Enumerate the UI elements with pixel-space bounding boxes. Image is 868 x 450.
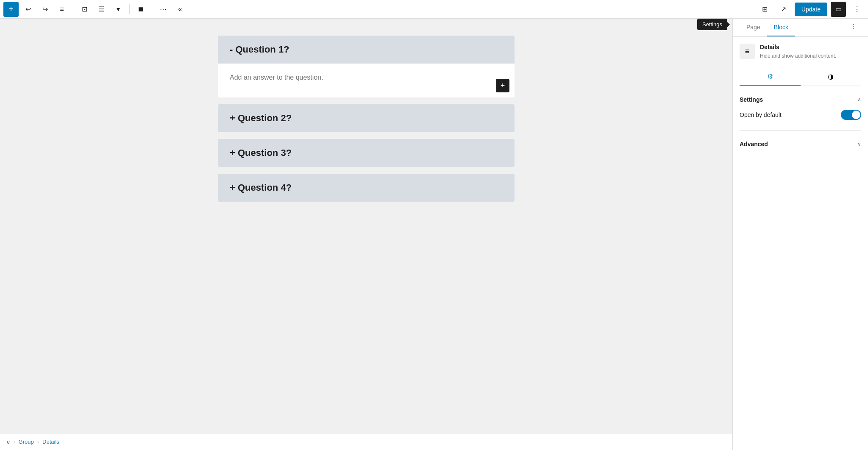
redo-icon: ↪	[42, 5, 48, 13]
toolbar-divider-1	[73, 4, 73, 14]
advanced-section: Advanced ∨	[740, 137, 861, 151]
sidebar-icon: ▭	[835, 5, 842, 13]
block-title: Details	[760, 44, 836, 50]
settings-row-open-default: Open by default	[740, 106, 861, 123]
gear-icon: ⚙	[767, 72, 773, 81]
detail-summary-2[interactable]: + Question 2?	[218, 104, 515, 132]
redo-button[interactable]: ↪	[37, 2, 53, 17]
advanced-title: Advanced	[740, 141, 768, 147]
transform-button[interactable]: ⊡	[77, 2, 92, 17]
editor-view-button[interactable]: ⊞	[757, 2, 773, 17]
block-icon-container: ≡	[740, 44, 755, 59]
detail-block-4: + Question 4?	[218, 174, 515, 202]
align-icon: ☰	[98, 5, 104, 13]
half-circle-icon: ◑	[828, 72, 834, 81]
block-info: ≡ Details Hide and show additional conte…	[740, 44, 861, 60]
tab-block[interactable]: Block	[767, 19, 795, 36]
detail-block-1: - Question 1? Add an answer to the quest…	[218, 36, 515, 97]
list-view-icon: ≡	[60, 6, 64, 13]
transform-icon: ⊡	[82, 5, 87, 13]
block-color-button[interactable]: ■	[133, 2, 148, 17]
settings-panel-button[interactable]: ▭	[831, 2, 846, 17]
block-color-icon: ■	[138, 4, 143, 14]
detail-block-2: + Question 2?	[218, 104, 515, 132]
open-by-default-label: Open by default	[740, 111, 782, 118]
toolbar-divider-3	[152, 4, 152, 14]
ellipsis-icon: ⋯	[160, 5, 167, 13]
detail-content-1: Add an answer to the question. +	[218, 64, 515, 97]
settings-section: Settings ∧ Open by default	[740, 93, 861, 131]
open-by-default-toggle[interactable]	[841, 110, 861, 120]
toolbar-right: ⊞ ↗ Update ▭ ⋮	[757, 2, 865, 17]
advanced-chevron-icon: ∨	[857, 141, 861, 147]
share-icon: ↗	[781, 5, 786, 13]
chevron-down-icon: ▾	[117, 5, 120, 13]
close-icon: ⋮	[851, 23, 857, 30]
more-menu-button[interactable]: ⋮	[849, 2, 865, 17]
update-button[interactable]: Update	[795, 3, 827, 16]
settings-header[interactable]: Settings ∧	[740, 93, 861, 106]
advanced-header[interactable]: Advanced ∨	[740, 141, 861, 147]
undo-button[interactable]: ↩	[20, 2, 36, 17]
breadcrumb-sep-1: ›	[13, 439, 15, 445]
question-2-label: + Question 2?	[230, 113, 292, 124]
tab-page[interactable]: Page	[740, 19, 767, 36]
detail-summary-3[interactable]: + Question 3?	[218, 139, 515, 167]
more-options-button[interactable]: ⋯	[156, 2, 171, 17]
breadcrumb-group[interactable]: Group	[19, 439, 34, 445]
collapse-button[interactable]: «	[172, 2, 188, 17]
breadcrumb-sep-2: ›	[37, 439, 39, 445]
tooltip-text: Settings	[702, 21, 722, 28]
answer-placeholder-1: Add an answer to the question.	[230, 74, 323, 81]
breadcrumb-details[interactable]: Details	[42, 439, 59, 445]
block-style-tabs: ⚙ ◑	[740, 68, 861, 86]
detail-summary-4[interactable]: + Question 4?	[218, 174, 515, 202]
undo-icon: ↩	[25, 5, 31, 13]
more-vert-icon: ⋮	[854, 5, 860, 13]
toolbar-divider-2	[129, 4, 130, 14]
share-button[interactable]: ↗	[776, 2, 791, 17]
detail-block-3: + Question 3?	[218, 139, 515, 167]
block-info-text: Details Hide and show additional content…	[760, 44, 836, 60]
plus-icon: +	[8, 4, 14, 14]
settings-style-tab[interactable]: ⚙	[740, 68, 801, 86]
question-3-label: + Question 3?	[230, 147, 292, 158]
add-content-button-1[interactable]: +	[496, 79, 509, 92]
close-sidebar-button[interactable]: ⋮	[846, 19, 861, 34]
add-block-button[interactable]: +	[3, 2, 19, 17]
toolbar: + ↩ ↪ ≡ ⊡ ☰ ▾ ■ ⋯ « ⊞ ↗ Update ▭	[0, 0, 868, 19]
plus-content-icon: +	[501, 81, 505, 90]
question-1-label: - Question 1?	[230, 44, 289, 55]
question-4-label: + Question 4?	[230, 182, 292, 193]
details-block-icon: ≡	[745, 47, 750, 56]
settings-tooltip: Settings	[697, 19, 727, 30]
style-style-tab[interactable]: ◑	[801, 68, 862, 86]
settings-title: Settings	[740, 96, 763, 103]
sidebar: Page Block ⋮ ≡ Details Hide and show add…	[732, 19, 868, 450]
block-description: Hide and show additional content.	[760, 52, 836, 60]
sidebar-tabs: Page Block ⋮	[733, 19, 868, 37]
align-dropdown-button[interactable]: ▾	[111, 2, 126, 17]
sidebar-content: ≡ Details Hide and show additional conte…	[733, 37, 868, 158]
breadcrumb: e › Group › Details	[0, 433, 732, 450]
list-view-button[interactable]: ≡	[54, 2, 70, 17]
tabs-spacer	[795, 19, 846, 36]
content-wrapper: - Question 1? Add an answer to the quest…	[218, 36, 515, 416]
align-button[interactable]: ☰	[94, 2, 109, 17]
settings-chevron-icon: ∧	[857, 97, 861, 103]
main-content-area: - Question 1? Add an answer to the quest…	[0, 19, 732, 433]
collapse-icon: «	[178, 6, 182, 13]
editor-view-icon: ⊞	[762, 5, 768, 13]
detail-summary-1[interactable]: - Question 1?	[218, 36, 515, 64]
breadcrumb-root[interactable]: e	[7, 439, 10, 445]
